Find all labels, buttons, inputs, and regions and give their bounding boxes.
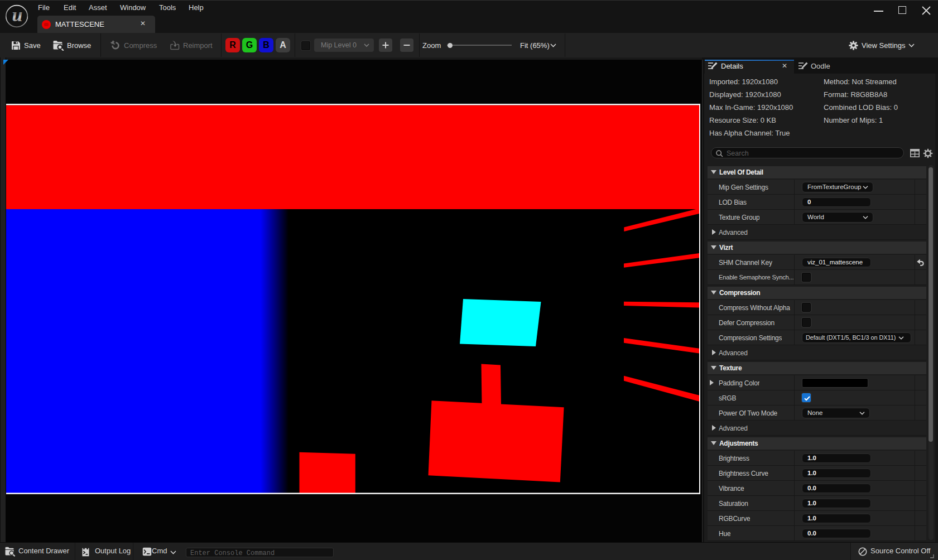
svg-text:u: u <box>12 4 23 25</box>
